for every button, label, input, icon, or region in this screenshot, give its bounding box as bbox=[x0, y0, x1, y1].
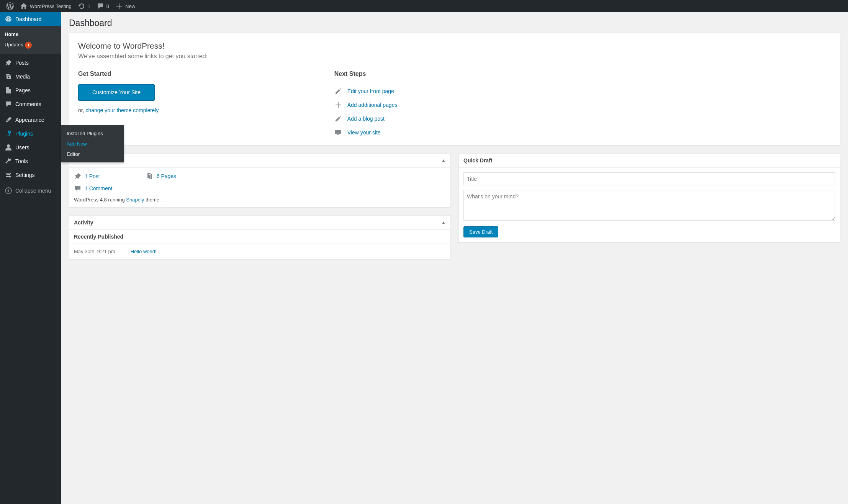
pin-icon bbox=[5, 59, 12, 67]
edit-icon bbox=[334, 87, 342, 95]
sidebar-sub-dashboard: Home Updates1 bbox=[0, 26, 61, 54]
edit-icon bbox=[334, 115, 342, 123]
plus-icon bbox=[115, 2, 123, 10]
theme-link[interactable]: Shapely bbox=[126, 197, 144, 203]
quick-draft-title: Quick Draft bbox=[463, 157, 492, 164]
page-title: Dashboard bbox=[69, 12, 840, 32]
customize-site-button[interactable]: Customize Your Site bbox=[78, 84, 155, 100]
draft-body-textarea[interactable] bbox=[463, 190, 835, 221]
save-draft-button[interactable]: Save Draft bbox=[463, 226, 498, 237]
sidebar-collapse[interactable]: Collapse menu bbox=[0, 184, 61, 198]
recently-published-heading: Recently Published bbox=[69, 230, 450, 244]
change-theme-link[interactable]: change your theme completely bbox=[85, 107, 159, 113]
add-blog-post-link[interactable]: Add a blog post bbox=[347, 116, 385, 122]
activity-title: Activity bbox=[74, 219, 93, 226]
collapse-toggle[interactable]: ▲ bbox=[441, 220, 446, 225]
wrench-icon bbox=[5, 157, 12, 165]
activity-date: May 30th, 9:21 pm bbox=[74, 249, 115, 254]
dashboard-icon bbox=[5, 15, 12, 23]
updates-count: 1 bbox=[88, 3, 90, 9]
user-icon bbox=[5, 144, 12, 151]
comments-count: 0 bbox=[106, 3, 109, 9]
site-name: WordPress Testing bbox=[30, 3, 72, 9]
wordpress-icon bbox=[6, 2, 14, 10]
sidebar-item-settings[interactable]: Settings bbox=[0, 168, 61, 182]
pin-icon bbox=[74, 172, 82, 180]
plug-icon bbox=[5, 130, 12, 137]
sidebar-item-posts[interactable]: Posts bbox=[0, 56, 61, 70]
edit-front-page-link[interactable]: Edit your front page bbox=[347, 88, 394, 94]
screen-icon bbox=[334, 129, 342, 136]
comment-icon bbox=[5, 100, 12, 108]
sidebar-item-dashboard[interactable]: Dashboard bbox=[0, 12, 61, 26]
collapse-icon bbox=[5, 187, 12, 195]
comment-icon bbox=[97, 2, 104, 10]
sidebar-item-pages[interactable]: Pages bbox=[0, 83, 61, 97]
sidebar-item-tools[interactable]: Tools bbox=[0, 154, 61, 168]
updates-badge: 1 bbox=[25, 42, 32, 49]
admin-sidebar: Dashboard Home Updates1 Posts Media Page… bbox=[0, 12, 61, 504]
activity-box: Activity▲ Recently Published May 30th, 9… bbox=[69, 215, 451, 259]
comments-link[interactable]: 0 bbox=[93, 0, 112, 12]
add-pages-link[interactable]: Add additional pages bbox=[347, 102, 398, 108]
welcome-panel: Welcome to WordPress! We've assembled so… bbox=[69, 32, 840, 146]
sidebar-item-appearance[interactable]: Appearance bbox=[0, 113, 61, 127]
sidebar-item-media[interactable]: Media bbox=[0, 70, 61, 83]
posts-count-link[interactable]: 1 Post bbox=[85, 173, 100, 179]
sidebar-item-plugins[interactable]: Plugins bbox=[0, 127, 61, 141]
comments-count-link[interactable]: 1 Comment bbox=[85, 185, 112, 191]
flyout-installed-plugins[interactable]: Installed Plugins bbox=[61, 128, 124, 139]
pages-icon bbox=[146, 172, 154, 180]
next-steps-col: Next Steps Edit your front page Add addi… bbox=[334, 70, 575, 139]
sidebar-item-users[interactable]: Users bbox=[0, 141, 61, 154]
at-a-glance-box: ▲ 1 Post 6 Pages 1 Comment WordPress 4.8… bbox=[69, 153, 451, 208]
brush-icon bbox=[5, 116, 12, 124]
admin-bar: WordPress Testing 1 0 New bbox=[0, 0, 848, 12]
next-steps-heading: Next Steps bbox=[334, 70, 575, 77]
plus-icon bbox=[334, 101, 342, 109]
new-label: New bbox=[125, 3, 135, 9]
activity-post-link[interactable]: Hello world! bbox=[131, 249, 157, 254]
refresh-icon bbox=[78, 2, 85, 10]
or-change-theme: or, change your theme completely bbox=[78, 107, 319, 113]
wp-logo[interactable] bbox=[3, 0, 17, 12]
view-site-link[interactable]: View your site bbox=[347, 129, 381, 136]
flyout-editor[interactable]: Editor bbox=[61, 149, 124, 159]
page-icon bbox=[5, 87, 12, 94]
comment-icon bbox=[74, 185, 82, 192]
updates-link[interactable]: 1 bbox=[75, 0, 93, 12]
pages-count-link[interactable]: 6 Pages bbox=[157, 173, 176, 179]
sidebar-item-comments[interactable]: Comments bbox=[0, 97, 61, 111]
media-icon bbox=[5, 73, 12, 80]
flyout-add-new[interactable]: Add New bbox=[61, 139, 124, 149]
draft-title-input[interactable] bbox=[463, 172, 835, 185]
sidebar-sub-home[interactable]: Home bbox=[0, 29, 61, 39]
main-content: Dashboard Welcome to WordPress! We've as… bbox=[61, 12, 848, 504]
sliders-icon bbox=[5, 171, 12, 179]
quick-draft-box: Quick Draft Save Draft bbox=[458, 153, 840, 242]
welcome-heading: Welcome to WordPress! bbox=[78, 41, 831, 51]
version-line: WordPress 4.8 running Shapely theme. bbox=[74, 197, 446, 203]
sidebar-sub-updates[interactable]: Updates1 bbox=[0, 39, 61, 51]
site-link[interactable]: WordPress Testing bbox=[17, 0, 75, 12]
collapse-toggle[interactable]: ▲ bbox=[441, 158, 446, 163]
new-link[interactable]: New bbox=[112, 0, 138, 12]
welcome-sub: We've assembled some links to get you st… bbox=[78, 53, 831, 60]
home-icon bbox=[20, 2, 28, 10]
get-started-heading: Get Started bbox=[78, 70, 319, 77]
plugins-flyout: Installed Plugins Add New Editor bbox=[61, 125, 124, 162]
